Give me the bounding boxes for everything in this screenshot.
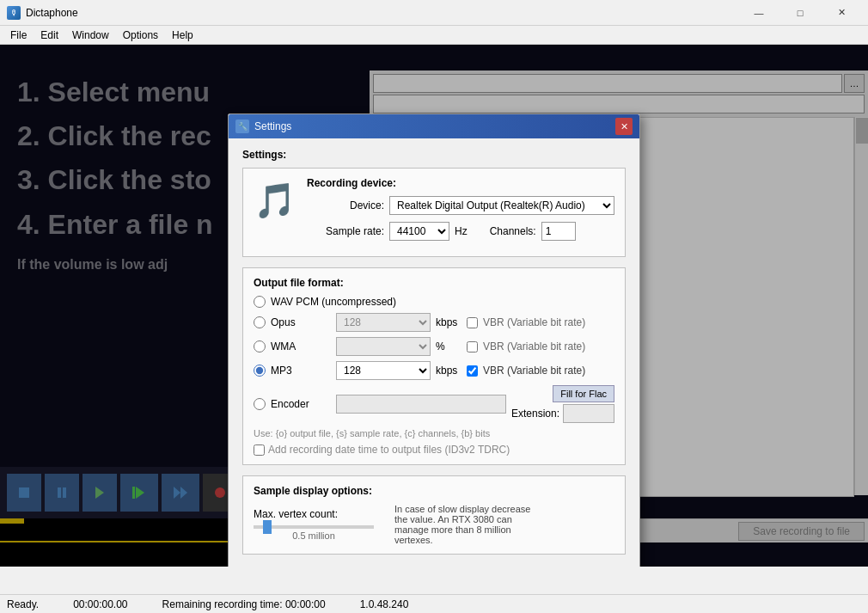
sample-display-section: Sample display options: Max. vertex coun… xyxy=(242,475,626,555)
wma-bitrate-select[interactable] xyxy=(336,337,431,356)
recording-device-section: 🎵 Recording device: Device: Realtek Digi… xyxy=(242,168,626,257)
modal-buttons: OK Cancel xyxy=(242,565,626,567)
status-remaining: Remaining recording time: 00:00:00 xyxy=(162,598,326,610)
mp3-vbr-label: VBR (Variable bit rate) xyxy=(483,365,585,377)
opus-unit: kbps xyxy=(436,316,462,328)
wav-row: WAV PCM (uncompressed) xyxy=(254,296,614,308)
settings-dialog: 🔧 Settings ✕ Settings: 🎵 Recording devic… xyxy=(228,113,640,567)
output-format-label: Output file format: xyxy=(254,277,614,289)
status-time: 00:00:00.00 xyxy=(73,598,127,610)
vertex-count-label: Max. vertex count: xyxy=(254,508,338,520)
channels-input[interactable]: 1 xyxy=(541,222,576,241)
menu-bar: File Edit Window Options Help xyxy=(0,26,868,45)
extension-input[interactable]: .flac xyxy=(563,404,614,423)
vertex-slider-thumb[interactable] xyxy=(263,520,272,534)
encoder-row: Encoder flac.exe -o "{o}" -8 --verify --… xyxy=(254,385,614,423)
status-version: 1.0.48.240 xyxy=(360,598,409,610)
status-bar: Ready. 00:00:00.00 Remaining recording t… xyxy=(0,594,868,613)
opus-vbr-label: VBR (Variable bit rate) xyxy=(483,316,585,328)
device-form: Recording device: Device: Realtek Digita… xyxy=(307,177,614,248)
title-bar-controls: — □ ✕ xyxy=(739,0,861,26)
mp3-unit: kbps xyxy=(436,365,462,377)
opus-bitrate-select[interactable]: 128 xyxy=(336,313,431,332)
modal-titlebar: 🔧 Settings ✕ xyxy=(229,114,639,138)
vertex-slider-track xyxy=(254,525,374,529)
encoder-input[interactable]: flac.exe -o "{o}" -8 --verify --endian=l… xyxy=(336,395,506,414)
wma-vbr-label: VBR (Variable bit rate) xyxy=(483,340,585,352)
close-button[interactable]: ✕ xyxy=(822,0,861,26)
recording-device-label: Recording device: xyxy=(307,177,614,189)
sample-row: Max. vertex count: 0.5 million In case o… xyxy=(254,504,614,545)
wav-radio[interactable] xyxy=(254,296,266,308)
fill-flac-button[interactable]: Fill for Flac xyxy=(553,385,614,402)
modal-title: Settings xyxy=(254,120,291,132)
vertex-count-group: Max. vertex count: 0.5 million xyxy=(254,508,374,541)
sample-rate-row: Sample rate: 44100 Hz Channels: 1 xyxy=(307,222,614,241)
modal-section-title: Settings: xyxy=(242,149,626,161)
wma-row: WMA % VBR (Variable bit rate) xyxy=(254,337,614,356)
sample-hint: In case of slow display decrease the val… xyxy=(394,504,532,545)
maximize-button[interactable]: □ xyxy=(780,0,820,26)
minimize-button[interactable]: — xyxy=(739,0,779,26)
device-row: Device: Realtek Digital Output (Realtek(… xyxy=(307,196,614,215)
sample-rate-select[interactable]: 44100 xyxy=(389,222,449,241)
menu-edit[interactable]: Edit xyxy=(34,28,65,43)
device-select[interactable]: Realtek Digital Output (Realtek(R) Audio… xyxy=(389,196,614,215)
device-label: Device: xyxy=(307,199,384,211)
add-date-check[interactable] xyxy=(254,444,265,456)
modal-body: Settings: 🎵 Recording device: Device: xyxy=(229,138,639,567)
menu-options[interactable]: Options xyxy=(116,28,165,43)
wma-label: WMA xyxy=(271,340,331,352)
title-bar: 🎙 Dictaphone — □ ✕ xyxy=(0,0,868,26)
channels-label: Channels: xyxy=(490,225,536,237)
mp3-bitrate-select[interactable]: 128 xyxy=(336,361,431,380)
opus-row: Opus 128 kbps VBR (Variable bit rate) xyxy=(254,313,614,332)
fill-extension-group: Fill for Flac Extension: .flac xyxy=(511,385,614,423)
status-ready: Ready. xyxy=(7,598,39,610)
wma-radio[interactable] xyxy=(254,340,266,352)
title-bar-text: Dictaphone xyxy=(26,7,739,19)
menu-file[interactable]: File xyxy=(3,28,34,43)
opus-label: Opus xyxy=(271,316,331,328)
menu-help[interactable]: Help xyxy=(165,28,200,43)
modal-overlay: 🔧 Settings ✕ Settings: 🎵 Recording devic… xyxy=(0,45,868,567)
mp3-radio[interactable] xyxy=(254,365,266,377)
opus-radio[interactable] xyxy=(254,316,266,328)
sample-rate-label: Sample rate: xyxy=(307,225,384,237)
modal-close-button[interactable]: ✕ xyxy=(615,118,633,135)
wma-unit: % xyxy=(436,340,462,352)
add-date-label: Add recording date time to output files … xyxy=(268,444,510,456)
encoder-hint: Use: {o} output file, {s} sample rate, {… xyxy=(254,428,614,438)
sample-section-title: Sample display options: xyxy=(254,485,614,497)
menu-window[interactable]: Window xyxy=(65,28,116,43)
mp3-vbr-check[interactable] xyxy=(467,365,478,377)
encoder-radio[interactable] xyxy=(254,398,266,410)
mp3-label: MP3 xyxy=(271,365,331,377)
encoder-label: Encoder xyxy=(271,398,331,410)
add-date-row: Add recording date time to output files … xyxy=(254,444,614,456)
modal-icon: 🔧 xyxy=(235,120,249,133)
app-icon: 🎙 xyxy=(7,6,21,20)
hz-label: Hz xyxy=(455,225,468,237)
wav-label: WAV PCM (uncompressed) xyxy=(271,296,408,308)
extension-label: Extension: xyxy=(511,408,559,420)
output-format-section: Output file format: WAV PCM (uncompresse… xyxy=(242,267,626,465)
wma-vbr-check[interactable] xyxy=(467,341,478,352)
opus-vbr-check[interactable] xyxy=(467,317,478,328)
music-icon: 🎵 xyxy=(254,181,296,221)
extension-group: Extension: .flac xyxy=(511,404,614,423)
app-content: Dictaphone Recording: 1. Select menu 2. … xyxy=(0,45,868,567)
mp3-row: MP3 128 kbps VBR (Variable bit rate) xyxy=(254,361,614,380)
